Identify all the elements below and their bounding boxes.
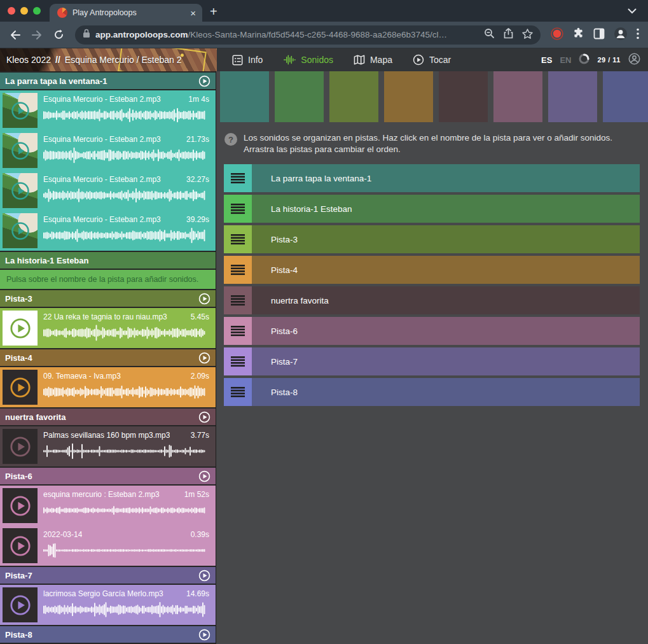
share-icon[interactable]: [504, 28, 513, 41]
audio-clip[interactable]: Palmas sevillanas 160 bpm mp3.mp33.77s: [0, 426, 216, 466]
clip-play-icon[interactable]: [10, 377, 31, 398]
clip-duration: 3.77s: [191, 431, 209, 440]
clip-duration: 32.27s: [186, 175, 209, 184]
audio-clip[interactable]: Esquina Mercurio - Esteban 2.mp321.73s: [0, 130, 216, 171]
recording-indicator-icon[interactable]: [551, 27, 563, 43]
track-row-body[interactable]: Pista-8: [252, 378, 640, 406]
track-row-body[interactable]: Pista-4: [252, 256, 640, 284]
track-row[interactable]: Pista-4: [224, 256, 640, 284]
track-row[interactable]: La parra tapa la ventana-1: [224, 164, 640, 192]
track-color-swatch: [329, 71, 378, 122]
back-icon[interactable]: [6, 26, 24, 44]
track-row-body[interactable]: La historia-1 Esteban: [252, 195, 640, 223]
track-play-button[interactable]: [198, 470, 210, 482]
clip-play-icon[interactable]: [10, 535, 31, 557]
audio-clip[interactable]: esquina mercurio : Esteban 2.mp31m 52s: [0, 486, 216, 526]
track-play-button[interactable]: [198, 411, 210, 423]
track-row[interactable]: Pista-3: [224, 225, 640, 253]
track-row-body[interactable]: Pista-3: [252, 225, 640, 253]
breadcrumb-project[interactable]: Kleos 2022: [6, 55, 51, 65]
track-row-body[interactable]: Pista-7: [252, 347, 640, 375]
track-color-swatch: [384, 71, 433, 122]
chevron-down-icon[interactable]: [628, 5, 637, 17]
drag-handle[interactable]: [224, 286, 252, 314]
nav-item-info[interactable]: Info: [222, 48, 273, 71]
audio-clip[interactable]: Esquina Mercurio - Esteban 2.mp332.27s: [0, 171, 216, 211]
track-play-button[interactable]: [198, 352, 210, 364]
breadcrumb[interactable]: Kleos 2022 // Esquina Mercurio / Esteban…: [0, 48, 217, 71]
audio-clip[interactable]: lacrimosa Sergio García Merlo.mp314.69s: [0, 585, 216, 625]
lang-es-button[interactable]: ES: [541, 55, 552, 65]
track-header[interactable]: Pista-7: [0, 567, 216, 584]
clip-play-icon[interactable]: [10, 318, 31, 339]
zoom-out-icon[interactable]: [484, 28, 495, 41]
clip-info: Esquina Mercurio - Esteban 2.mp31m 4s: [43, 93, 209, 128]
kebab-menu-icon[interactable]: [637, 28, 639, 42]
clip-play-icon[interactable]: [11, 101, 30, 120]
help-question-icon[interactable]: ?: [224, 133, 237, 146]
user-account-icon[interactable]: [628, 53, 640, 67]
profile-avatar-icon[interactable]: [614, 27, 628, 43]
browser-tab[interactable]: Play Antropoloops ×: [50, 4, 202, 22]
track-row-body[interactable]: nuertra favorita: [252, 286, 640, 314]
drag-handle[interactable]: [224, 225, 252, 253]
nav-item-tocar[interactable]: Tocar: [403, 48, 461, 71]
clip-play-icon[interactable]: [10, 436, 31, 458]
track-color-swatch: [220, 71, 269, 122]
drag-handle[interactable]: [224, 256, 252, 284]
clip-play-icon[interactable]: [11, 181, 30, 200]
forward-icon[interactable]: [28, 26, 46, 44]
clip-play-icon[interactable]: [10, 594, 31, 616]
clip-thumbnail: [3, 528, 38, 563]
lock-icon: [83, 29, 90, 41]
tab-close-icon[interactable]: ×: [190, 8, 196, 18]
address-bar[interactable]: app.antropoloops.com/Kleos-Santa-Marina/…: [75, 25, 541, 45]
track-row[interactable]: La historia-1 Esteban: [224, 195, 640, 223]
track-row[interactable]: nuertra favorita: [224, 286, 640, 314]
close-window-button[interactable]: [8, 7, 15, 15]
track-row[interactable]: Pista-8: [224, 378, 640, 406]
track-row[interactable]: Pista-7: [224, 347, 640, 375]
reload-icon[interactable]: [50, 26, 67, 44]
maximize-window-button[interactable]: [33, 7, 41, 15]
drag-handle[interactable]: [224, 164, 252, 192]
audio-clip[interactable]: 09. Temaeva - Iva.mp32.09s: [0, 367, 216, 407]
track-play-button[interactable]: [198, 570, 210, 582]
drag-handle[interactable]: [224, 317, 252, 345]
drag-handle[interactable]: [224, 347, 252, 375]
clip-play-icon[interactable]: [11, 221, 30, 241]
track-row-name: Pista-3: [271, 235, 298, 244]
side-panel-icon[interactable]: [593, 28, 605, 42]
track-header[interactable]: Pista-3: [0, 290, 216, 307]
track-play-button[interactable]: [198, 75, 210, 87]
minimize-window-button[interactable]: [20, 7, 28, 15]
clip-play-icon[interactable]: [11, 141, 30, 160]
track-row-body[interactable]: Pista-6: [252, 317, 640, 345]
track-header[interactable]: La historia-1 Esteban: [0, 252, 216, 269]
track-play-button[interactable]: [198, 293, 210, 305]
extensions-puzzle-icon[interactable]: [572, 27, 584, 42]
sidebar-track-section: Pista-8: [0, 626, 216, 643]
track-header[interactable]: Pista-4: [0, 349, 216, 366]
track-row[interactable]: Pista-6: [224, 317, 640, 345]
audio-clip[interactable]: Esquina Mercurio - Esteban 2.mp339.29s: [0, 211, 216, 251]
bookmark-star-icon[interactable]: [522, 29, 533, 41]
audio-clip[interactable]: 2022-03-140.39s: [0, 526, 216, 566]
track-header[interactable]: La parra tapa la ventana-1: [0, 73, 216, 89]
audio-clip[interactable]: Esquina Mercurio - Esteban 2.mp31m 4s: [0, 90, 216, 130]
track-header[interactable]: Pista-8: [0, 626, 216, 643]
audio-clip[interactable]: 22 Ua reka te tagnia to rau niau.mp35.45…: [0, 308, 216, 348]
lang-en-button[interactable]: EN: [560, 55, 571, 65]
clip-play-icon[interactable]: [10, 495, 31, 517]
drag-handle[interactable]: [224, 195, 252, 223]
browser-toolbar: app.antropoloops.com/Kleos-Santa-Marina/…: [0, 22, 648, 48]
drag-handle[interactable]: [224, 378, 252, 406]
track-header[interactable]: Pista-6: [0, 468, 216, 484]
nav-item-mapa[interactable]: Mapa: [343, 48, 403, 71]
track-row-body[interactable]: La parra tapa la ventana-1: [252, 164, 640, 192]
track-color-swatch: [548, 71, 597, 122]
nav-item-sonidos[interactable]: Sonidos: [273, 48, 343, 71]
new-tab-button[interactable]: +: [210, 4, 217, 19]
track-header[interactable]: nuertra favorita: [0, 409, 216, 425]
track-play-button[interactable]: [198, 629, 210, 641]
